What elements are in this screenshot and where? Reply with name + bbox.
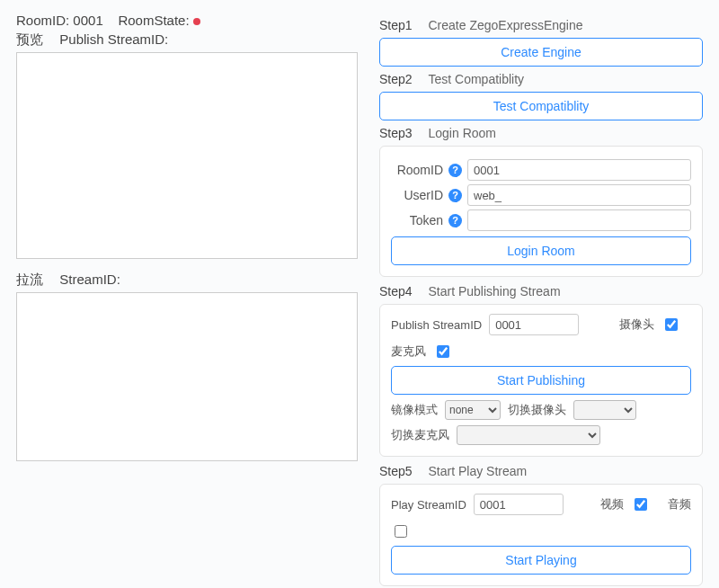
switch-mic-select[interactable] [457,425,600,445]
preview-header: 预览 Publish StreamID: [16,31,358,49]
play-streamid-field-label: Play StreamID [391,498,466,512]
mic-checkbox-label: 麦克风 [391,343,426,360]
userid-input[interactable] [467,184,691,206]
step3-header: Step3 Login Room [379,126,703,140]
step1-num: Step1 [379,18,413,32]
roomid-field-label: RoomID [391,163,443,177]
play-label: 拉流 [16,272,43,287]
camera-checkbox-label: 摄像头 [619,316,654,333]
publish-streamid-input[interactable] [489,314,579,335]
token-input[interactable] [467,209,691,231]
roomstate-indicator-icon [193,18,200,25]
step4-num: Step4 [379,284,413,298]
step5-panel: Play StreamID 视频 音频 Start Playing [379,484,703,586]
roomid-label: RoomID: [16,13,69,28]
step4-desc: Start Publishing Stream [428,284,560,298]
mirror-mode-select[interactable]: none [445,400,501,420]
audio-checkbox[interactable] [395,525,407,538]
start-playing-button[interactable]: Start Playing [391,546,691,575]
step4-header: Step4 Start Publishing Stream [379,284,703,298]
step1-desc: Create ZegoExpressEngine [428,18,582,32]
header-line: RoomID: 0001 RoomState: [16,13,358,28]
step4-panel: Publish StreamID 摄像头 麦克风 Start Publishin… [379,304,703,457]
switch-mic-label: 切换麦克风 [391,427,449,443]
step3-desc: Login Room [428,126,496,140]
play-video-area [16,292,358,461]
userid-field-label: UserID [391,188,443,202]
step2-header: Step2 Test Compatiblity [379,72,703,86]
video-checkbox[interactable] [635,498,647,511]
login-room-button[interactable]: Login Room [391,236,691,265]
create-engine-button[interactable]: Create Engine [379,38,703,67]
switch-camera-label: 切换摄像头 [508,402,566,418]
step5-desc: Start Play Stream [428,464,527,478]
roomid-input[interactable] [467,159,691,181]
switch-camera-select[interactable] [573,400,636,420]
play-header: 拉流 StreamID: [16,272,358,289]
roomid-value: 0001 [73,13,102,28]
token-field-label: Token [391,213,443,227]
play-streamid-label: StreamID: [59,272,120,287]
camera-checkbox[interactable] [665,318,678,331]
mic-checkbox[interactable] [437,345,449,358]
roomstate-label: RoomState: [118,13,189,28]
step3-num: Step3 [379,126,413,140]
publish-streamid-field-label: Publish StreamID [391,318,482,332]
help-icon[interactable]: ? [448,214,462,227]
step1-header: Step1 Create ZegoExpressEngine [379,18,703,32]
mirror-mode-label: 镜像模式 [391,402,438,418]
test-compatibility-button[interactable]: Test Compatiblity [379,92,703,120]
step5-num: Step5 [379,464,413,478]
publish-streamid-label: Publish StreamID: [59,31,168,47]
step2-desc: Test Compatiblity [428,72,524,86]
video-checkbox-label: 视频 [600,496,624,512]
step5-header: Step5 Start Play Stream [379,464,703,478]
help-icon[interactable]: ? [448,164,462,177]
step3-panel: RoomID ? UserID ? Token ? Login Room [379,146,703,277]
audio-checkbox-label: 音频 [668,496,691,512]
help-icon[interactable]: ? [448,189,462,202]
start-publishing-button[interactable]: Start Publishing [391,366,691,395]
play-streamid-input[interactable] [474,494,564,515]
preview-video-area [16,52,358,259]
step2-num: Step2 [379,72,413,86]
preview-label: 预览 [16,31,43,47]
